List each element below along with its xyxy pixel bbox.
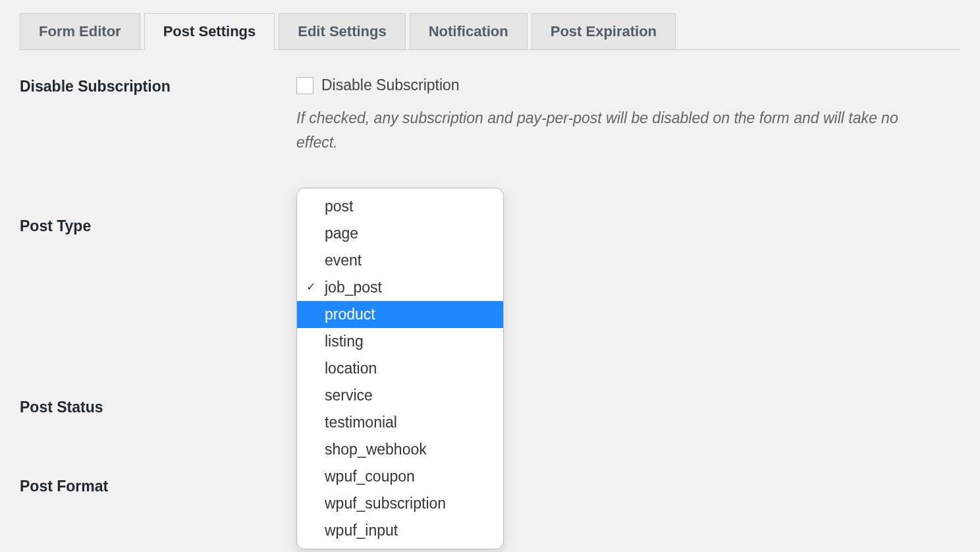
- option-testimonial[interactable]: testimonial: [297, 409, 503, 436]
- post-type-dropdown-list: post page event ✓job_post product listin…: [296, 188, 504, 550]
- settings-tabs: Form Editor Post Settings Edit Settings …: [20, 13, 960, 50]
- option-post[interactable]: post: [297, 193, 503, 220]
- option-page[interactable]: page: [297, 220, 503, 247]
- tab-post-settings[interactable]: Post Settings: [144, 13, 275, 50]
- tab-form-editor[interactable]: Form Editor: [20, 13, 140, 50]
- tab-edit-settings[interactable]: Edit Settings: [279, 13, 405, 50]
- checkbox-label-disable-subscription[interactable]: Disable Subscription: [321, 76, 460, 94]
- tab-notification[interactable]: Notification: [410, 13, 528, 50]
- option-event[interactable]: event: [297, 247, 503, 274]
- row-disable-subscription: Disable Subscription Disable Subscriptio…: [20, 76, 960, 155]
- tab-post-expiration[interactable]: Post Expiration: [531, 13, 676, 50]
- option-product[interactable]: product: [297, 301, 503, 328]
- help-text-disable-subscription: If checked, any subscription and pay-per…: [296, 106, 902, 155]
- label-post-status: Post Status: [20, 399, 296, 416]
- option-wpuf-input[interactable]: wpuf_input: [297, 517, 503, 544]
- check-icon: ✓: [306, 280, 315, 295]
- option-shop-webhook[interactable]: shop_webhook: [297, 436, 503, 463]
- label-post-type: Post Type: [20, 188, 296, 235]
- label-disable-subscription: Disable Subscription: [20, 76, 296, 96]
- checkbox-disable-subscription[interactable]: [296, 77, 313, 94]
- post-type-select[interactable]: post page event ✓job_post product listin…: [296, 188, 504, 550]
- option-location[interactable]: location: [297, 355, 503, 382]
- option-wpuf-subscription[interactable]: wpuf_subscription: [297, 490, 503, 517]
- label-post-format: Post Format: [20, 478, 296, 495]
- option-listing[interactable]: listing: [297, 328, 503, 355]
- option-job-post[interactable]: ✓job_post: [297, 274, 503, 301]
- row-post-type: Post Type post page event ✓job_post prod…: [20, 188, 960, 550]
- option-service[interactable]: service: [297, 382, 503, 409]
- option-wpuf-coupon[interactable]: wpuf_coupon: [297, 463, 503, 490]
